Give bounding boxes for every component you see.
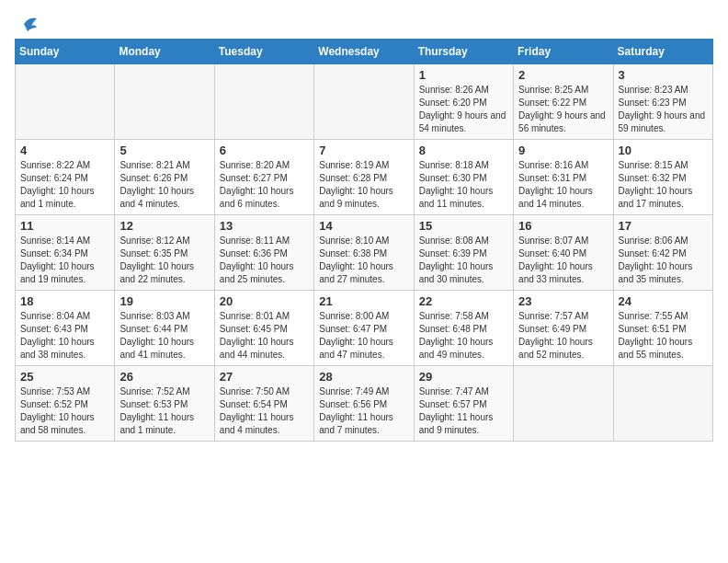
day-number: 19 — [119, 294, 209, 308]
day-number: 18 — [20, 294, 109, 308]
calendar-cell: 20Sunrise: 8:01 AMSunset: 6:45 PMDayligh… — [214, 291, 313, 366]
day-info: Sunrise: 7:49 AMSunset: 6:56 PMDaylight:… — [319, 385, 408, 437]
column-header-thursday: Thursday — [414, 40, 513, 64]
calendar-cell: 23Sunrise: 7:57 AMSunset: 6:49 PMDayligh… — [514, 291, 613, 366]
day-number: 26 — [119, 370, 209, 384]
day-number: 9 — [518, 144, 608, 157]
column-header-sunday: Sunday — [16, 40, 115, 64]
day-number: 13 — [220, 219, 309, 233]
day-info: Sunrise: 8:22 AMSunset: 6:24 PMDaylight:… — [20, 159, 109, 211]
page-header — [15, 15, 713, 33]
day-info: Sunrise: 8:00 AMSunset: 6:47 PMDaylight:… — [319, 310, 408, 362]
calendar-cell: 15Sunrise: 8:08 AMSunset: 6:39 PMDayligh… — [414, 215, 513, 291]
calendar-header: SundayMondayTuesdayWednesdayThursdayFrid… — [16, 40, 713, 64]
day-info: Sunrise: 8:25 AMSunset: 6:22 PMDaylight:… — [518, 84, 608, 135]
calendar-cell: 22Sunrise: 7:58 AMSunset: 6:48 PMDayligh… — [414, 291, 513, 366]
calendar-cell — [314, 64, 414, 140]
day-info: Sunrise: 8:11 AMSunset: 6:36 PMDaylight:… — [220, 235, 309, 286]
calendar-cell: 4Sunrise: 8:22 AMSunset: 6:24 PMDaylight… — [16, 140, 115, 215]
calendar-cell: 5Sunrise: 8:21 AMSunset: 6:26 PMDaylight… — [115, 140, 214, 215]
calendar-week-1: 1Sunrise: 8:26 AMSunset: 6:20 PMDaylight… — [16, 64, 713, 140]
day-info: Sunrise: 8:15 AMSunset: 6:32 PMDaylight:… — [619, 159, 708, 211]
calendar-cell: 13Sunrise: 8:11 AMSunset: 6:36 PMDayligh… — [214, 215, 313, 291]
day-info: Sunrise: 8:20 AMSunset: 6:27 PMDaylight:… — [220, 159, 309, 211]
column-header-friday: Friday — [514, 40, 613, 64]
day-number: 28 — [319, 370, 408, 384]
calendar-cell: 9Sunrise: 8:16 AMSunset: 6:31 PMDaylight… — [514, 140, 613, 215]
day-info: Sunrise: 8:08 AMSunset: 6:39 PMDaylight:… — [419, 235, 508, 286]
day-number: 6 — [220, 144, 309, 157]
calendar-cell: 8Sunrise: 8:18 AMSunset: 6:30 PMDaylight… — [414, 140, 513, 215]
calendar-cell: 12Sunrise: 8:12 AMSunset: 6:35 PMDayligh… — [115, 215, 214, 291]
logo-bird-icon — [17, 15, 37, 33]
calendar-cell: 26Sunrise: 7:52 AMSunset: 6:53 PMDayligh… — [115, 366, 214, 442]
calendar-cell — [16, 64, 115, 140]
day-number: 22 — [419, 294, 508, 308]
day-number: 12 — [119, 219, 209, 233]
calendar-cell — [613, 366, 712, 442]
calendar-week-4: 18Sunrise: 8:04 AMSunset: 6:43 PMDayligh… — [16, 291, 713, 366]
calendar-cell: 19Sunrise: 8:03 AMSunset: 6:44 PMDayligh… — [115, 291, 214, 366]
day-info: Sunrise: 8:12 AMSunset: 6:35 PMDaylight:… — [119, 235, 209, 286]
calendar-week-2: 4Sunrise: 8:22 AMSunset: 6:24 PMDaylight… — [16, 140, 713, 215]
day-info: Sunrise: 8:14 AMSunset: 6:34 PMDaylight:… — [20, 235, 109, 286]
day-info: Sunrise: 8:10 AMSunset: 6:38 PMDaylight:… — [319, 235, 408, 286]
calendar-cell: 18Sunrise: 8:04 AMSunset: 6:43 PMDayligh… — [16, 291, 115, 366]
calendar-cell: 11Sunrise: 8:14 AMSunset: 6:34 PMDayligh… — [16, 215, 115, 291]
day-info: Sunrise: 7:47 AMSunset: 6:57 PMDaylight:… — [419, 385, 508, 437]
day-info: Sunrise: 8:06 AMSunset: 6:42 PMDaylight:… — [619, 235, 708, 286]
calendar-cell: 3Sunrise: 8:23 AMSunset: 6:23 PMDaylight… — [613, 64, 712, 140]
calendar-cell: 27Sunrise: 7:50 AMSunset: 6:54 PMDayligh… — [214, 366, 313, 442]
day-info: Sunrise: 8:26 AMSunset: 6:20 PMDaylight:… — [419, 84, 508, 135]
day-info: Sunrise: 8:16 AMSunset: 6:31 PMDaylight:… — [518, 159, 608, 211]
day-number: 3 — [619, 68, 708, 82]
column-header-wednesday: Wednesday — [314, 40, 414, 64]
day-info: Sunrise: 7:50 AMSunset: 6:54 PMDaylight:… — [220, 385, 309, 437]
day-info: Sunrise: 8:19 AMSunset: 6:28 PMDaylight:… — [319, 159, 408, 211]
calendar-cell: 28Sunrise: 7:49 AMSunset: 6:56 PMDayligh… — [314, 366, 414, 442]
calendar-cell: 21Sunrise: 8:00 AMSunset: 6:47 PMDayligh… — [314, 291, 414, 366]
calendar-cell — [115, 64, 214, 140]
day-number: 2 — [518, 68, 608, 82]
day-number: 20 — [220, 294, 309, 308]
calendar-cell: 25Sunrise: 7:53 AMSunset: 6:52 PMDayligh… — [16, 366, 115, 442]
calendar-cell: 1Sunrise: 8:26 AMSunset: 6:20 PMDaylight… — [414, 64, 513, 140]
day-number: 8 — [419, 144, 508, 157]
day-number: 23 — [518, 294, 608, 308]
calendar-cell — [514, 366, 613, 442]
day-info: Sunrise: 8:01 AMSunset: 6:45 PMDaylight:… — [220, 310, 309, 362]
day-number: 4 — [20, 144, 109, 157]
day-number: 1 — [419, 68, 508, 82]
calendar-cell: 16Sunrise: 8:07 AMSunset: 6:40 PMDayligh… — [514, 215, 613, 291]
calendar-cell: 7Sunrise: 8:19 AMSunset: 6:28 PMDaylight… — [314, 140, 414, 215]
day-number: 14 — [319, 219, 408, 233]
column-header-saturday: Saturday — [613, 40, 712, 64]
day-number: 11 — [20, 219, 109, 233]
calendar-cell: 17Sunrise: 8:06 AMSunset: 6:42 PMDayligh… — [613, 215, 712, 291]
calendar-cell: 10Sunrise: 8:15 AMSunset: 6:32 PMDayligh… — [613, 140, 712, 215]
day-info: Sunrise: 8:21 AMSunset: 6:26 PMDaylight:… — [119, 159, 209, 211]
column-header-tuesday: Tuesday — [214, 40, 313, 64]
calendar-week-3: 11Sunrise: 8:14 AMSunset: 6:34 PMDayligh… — [16, 215, 713, 291]
day-number: 17 — [619, 219, 708, 233]
day-number: 21 — [319, 294, 408, 308]
day-info: Sunrise: 8:18 AMSunset: 6:30 PMDaylight:… — [419, 159, 508, 211]
day-number: 15 — [419, 219, 508, 233]
calendar-cell: 24Sunrise: 7:55 AMSunset: 6:51 PMDayligh… — [613, 291, 712, 366]
day-info: Sunrise: 8:23 AMSunset: 6:23 PMDaylight:… — [619, 84, 708, 135]
day-number: 27 — [220, 370, 309, 384]
calendar-cell — [214, 64, 313, 140]
day-number: 10 — [619, 144, 708, 157]
day-number: 29 — [419, 370, 508, 384]
day-number: 16 — [518, 219, 608, 233]
calendar-table: SundayMondayTuesdayWednesdayThursdayFrid… — [15, 39, 713, 442]
day-number: 24 — [619, 294, 708, 308]
day-number: 7 — [319, 144, 408, 157]
column-header-monday: Monday — [115, 40, 214, 64]
day-info: Sunrise: 7:52 AMSunset: 6:53 PMDaylight:… — [119, 385, 209, 437]
day-info: Sunrise: 7:53 AMSunset: 6:52 PMDaylight:… — [20, 385, 109, 437]
day-number: 25 — [20, 370, 109, 384]
day-info: Sunrise: 8:03 AMSunset: 6:44 PMDaylight:… — [119, 310, 209, 362]
day-info: Sunrise: 8:07 AMSunset: 6:40 PMDaylight:… — [518, 235, 608, 286]
day-info: Sunrise: 8:04 AMSunset: 6:43 PMDaylight:… — [20, 310, 109, 362]
